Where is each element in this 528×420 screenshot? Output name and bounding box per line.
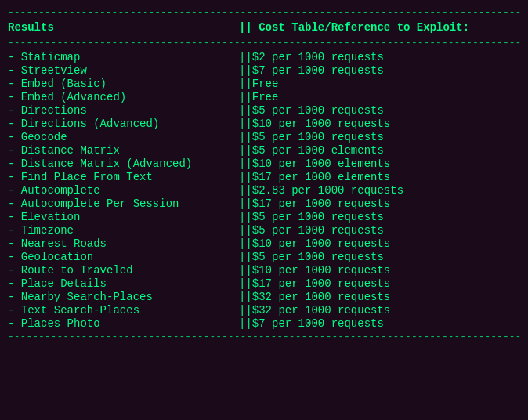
row-service: - Staticmap bbox=[8, 51, 239, 63]
table-row: - Distance Matrix (Advanced)|| $10 per 1… bbox=[8, 158, 520, 170]
row-cost: $17 per 1000 elements bbox=[252, 171, 390, 183]
divider-top: ----------------------------------------… bbox=[8, 6, 520, 18]
row-cost: $5 per 1000 elements bbox=[252, 144, 384, 157]
main-container: ----------------------------------------… bbox=[0, 0, 528, 420]
data-rows: - Staticmap|| $2 per 1000 requests- Stre… bbox=[8, 51, 520, 330]
row-cost: $5 per 1000 requests bbox=[252, 104, 384, 117]
table-row: - Timezone|| $5 per 1000 requests bbox=[8, 224, 520, 237]
row-service: - Geolocation bbox=[8, 251, 239, 263]
row-service: - Streetview bbox=[8, 64, 239, 77]
row-service: - Route to Traveled bbox=[8, 264, 239, 277]
row-separator: || bbox=[239, 251, 252, 263]
table-row: - Directions (Advanced)|| $10 per 1000 r… bbox=[8, 118, 520, 130]
row-service: - Directions (Advanced) bbox=[8, 118, 239, 130]
row-service: - Autocomplete bbox=[8, 184, 239, 197]
row-service: - Embed (Basic) bbox=[8, 78, 239, 90]
row-separator: || bbox=[239, 131, 252, 143]
row-separator: || bbox=[239, 64, 252, 77]
row-cost: $5 per 1000 requests bbox=[252, 211, 384, 223]
row-separator: || bbox=[239, 144, 252, 157]
table-row: - Route to Traveled|| $10 per 1000 reque… bbox=[8, 264, 520, 277]
row-cost: Free bbox=[252, 78, 279, 90]
row-cost: $5 per 1000 requests bbox=[252, 224, 384, 237]
table-row: - Directions|| $5 per 1000 requests bbox=[8, 104, 520, 117]
row-separator: || bbox=[239, 158, 252, 170]
row-cost: $10 per 1000 requests bbox=[252, 264, 390, 277]
row-cost: $10 per 1000 elements bbox=[252, 158, 390, 170]
row-service: - Distance Matrix bbox=[8, 144, 239, 157]
row-service: - Nearest Roads bbox=[8, 237, 239, 250]
table-row: - Autocomplete|| $2.83 per 1000 requests bbox=[8, 184, 520, 197]
table-row: - Embed (Basic)|| Free bbox=[8, 78, 520, 90]
row-service: - Geocode bbox=[8, 131, 239, 143]
table-row: - Nearest Roads|| $10 per 1000 requests bbox=[8, 237, 520, 250]
row-separator: || bbox=[239, 171, 252, 183]
table-row: - Streetview|| $7 per 1000 requests bbox=[8, 64, 520, 77]
row-cost: $5 per 1000 requests bbox=[252, 131, 384, 143]
table-row: - Nearby Search-Places|| $32 per 1000 re… bbox=[8, 291, 520, 303]
row-service: - Embed (Advanced) bbox=[8, 91, 239, 103]
row-service: - Elevation bbox=[8, 211, 239, 223]
table-row: - Place Details|| $17 per 1000 requests bbox=[8, 277, 520, 290]
table-row: - Geocode|| $5 per 1000 requests bbox=[8, 131, 520, 143]
header-cost: Cost Table/Reference to Exploit: bbox=[259, 21, 469, 34]
row-cost: $32 per 1000 requests bbox=[252, 304, 390, 317]
row-separator: || bbox=[239, 304, 252, 317]
row-separator: || bbox=[239, 118, 252, 130]
row-service: - Nearby Search-Places bbox=[8, 291, 239, 303]
table-row: - Geolocation|| $5 per 1000 requests bbox=[8, 251, 520, 263]
row-separator: || bbox=[239, 91, 252, 103]
row-separator: || bbox=[239, 291, 252, 303]
table-row: - Elevation|| $5 per 1000 requests bbox=[8, 211, 520, 223]
row-service: - Timezone bbox=[8, 224, 239, 237]
divider-mid: ----------------------------------------… bbox=[8, 37, 520, 49]
row-service: - Places Photo bbox=[8, 317, 239, 330]
row-cost: $10 per 1000 requests bbox=[252, 237, 390, 250]
row-cost: $5 per 1000 requests bbox=[252, 251, 384, 263]
header-results: Results bbox=[8, 21, 239, 34]
row-separator: || bbox=[239, 264, 252, 277]
row-service: - Distance Matrix (Advanced) bbox=[8, 158, 239, 170]
row-separator: || bbox=[239, 51, 252, 63]
row-cost: $17 per 1000 requests bbox=[252, 277, 390, 290]
row-cost: $17 per 1000 requests bbox=[252, 197, 390, 210]
row-separator: || bbox=[239, 197, 252, 210]
table-row: - Find Place From Text|| $17 per 1000 el… bbox=[8, 171, 520, 183]
row-separator: || bbox=[239, 184, 252, 197]
row-cost: Free bbox=[252, 91, 279, 103]
row-separator: || bbox=[239, 317, 252, 330]
header-separator: || bbox=[239, 21, 252, 34]
row-cost: $2 per 1000 requests bbox=[252, 51, 384, 63]
row-service: - Directions bbox=[8, 104, 239, 117]
table-row: - Embed (Advanced)|| Free bbox=[8, 91, 520, 103]
row-separator: || bbox=[239, 277, 252, 290]
row-cost: $7 per 1000 requests bbox=[252, 64, 384, 77]
row-cost: $10 per 1000 requests bbox=[252, 118, 390, 130]
row-cost: $32 per 1000 requests bbox=[252, 291, 390, 303]
row-separator: || bbox=[239, 237, 252, 250]
table-header: Results || Cost Table/Reference to Explo… bbox=[8, 21, 520, 34]
table-row: - Autocomplete Per Session|| $17 per 100… bbox=[8, 197, 520, 210]
table-row: - Staticmap|| $2 per 1000 requests bbox=[8, 51, 520, 63]
row-separator: || bbox=[239, 78, 252, 90]
row-service: - Find Place From Text bbox=[8, 171, 239, 183]
row-service: - Text Search-Places bbox=[8, 304, 239, 317]
table-row: - Distance Matrix|| $5 per 1000 elements bbox=[8, 144, 520, 157]
row-separator: || bbox=[239, 224, 252, 237]
table-row: - Text Search-Places|| $32 per 1000 requ… bbox=[8, 304, 520, 317]
row-service: - Place Details bbox=[8, 277, 239, 290]
row-cost: $7 per 1000 requests bbox=[252, 317, 384, 330]
row-service: - Autocomplete Per Session bbox=[8, 197, 239, 210]
table-row: - Places Photo|| $7 per 1000 requests bbox=[8, 317, 520, 330]
divider-bot: ----------------------------------------… bbox=[8, 331, 520, 342]
row-separator: || bbox=[239, 104, 252, 117]
row-cost: $2.83 per 1000 requests bbox=[252, 184, 403, 197]
row-separator: || bbox=[239, 211, 252, 223]
